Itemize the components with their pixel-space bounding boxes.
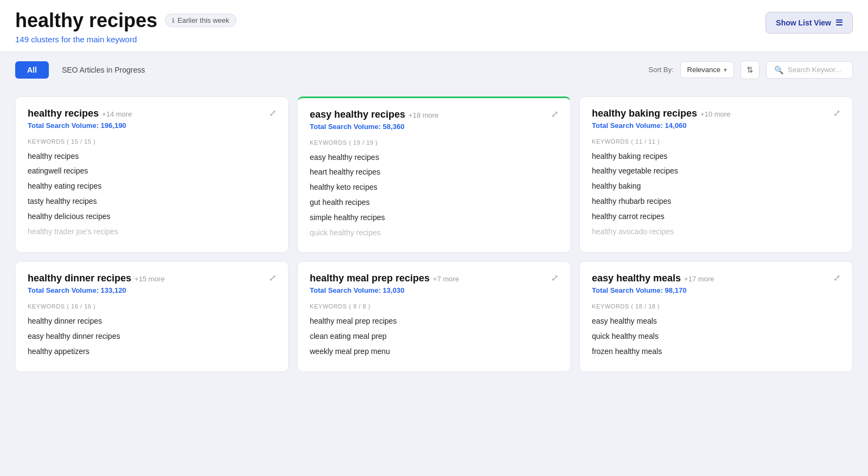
card-header: healthy dinner recipes+15 more⤢ — [28, 273, 276, 284]
expand-button[interactable]: ⤢ — [551, 109, 558, 119]
keyword-item: tasty healthy recipes — [28, 194, 276, 209]
toolbar: All SEO Articles in Progress Sort By: Re… — [0, 52, 868, 88]
keyword-item: healthy baking — [592, 179, 840, 194]
cluster-card: healthy baking recipes+10 more⤢Total Sea… — [579, 97, 853, 253]
sort-label: Sort By: — [648, 66, 673, 74]
search-volume: Total Search Volume: 133,120 — [28, 286, 276, 294]
keyword-item: healthy recipes — [28, 149, 276, 164]
sort-select[interactable]: Relevance ▾ — [680, 61, 734, 78]
search-volume: Total Search Volume: 196,190 — [28, 121, 276, 130]
filter-icon: ⇅ — [746, 65, 754, 75]
keywords-list: easy healthy recipesheart healthy recipe… — [310, 150, 558, 241]
keywords-label: KEYWORDS ( 15 / 15 ) — [28, 138, 276, 145]
search-placeholder: Search Keywor... — [788, 66, 841, 74]
time-badge: ℹ Earlier this week — [165, 14, 236, 27]
search-volume: Total Search Volume: 13,030 — [310, 286, 558, 294]
cluster-count: 149 clusters for the main keyword — [15, 35, 237, 44]
card-header: easy healthy recipes+18 more⤢ — [310, 109, 558, 120]
info-icon: ℹ — [172, 17, 175, 24]
keyword-item: easy healthy recipes — [310, 150, 558, 165]
keyword-item: healthy vegetable recipes — [592, 164, 840, 179]
cluster-card: healthy recipes+14 more⤢Total Search Vol… — [15, 97, 289, 253]
chevron-down-icon: ▾ — [724, 66, 727, 74]
sort-value: Relevance — [687, 66, 720, 74]
tab-group: All SEO Articles in Progress — [15, 61, 154, 79]
keywords-list: healthy dinner recipeseasy healthy dinne… — [28, 314, 276, 359]
search-icon: 🔍 — [774, 66, 783, 74]
keyword-item: healthy rhubarb recipes — [592, 194, 840, 209]
keyword-item: quick healthy meals — [592, 329, 840, 344]
toolbar-right: Sort By: Relevance ▾ ⇅ 🔍 Search Keywor..… — [648, 61, 853, 79]
time-badge-label: Earlier this week — [177, 16, 229, 24]
keyword-item: frozen healthy meals — [592, 344, 840, 359]
keyword-item: healthy meal prep recipes — [310, 314, 558, 329]
keyword-item: healthy dinner recipes — [28, 314, 276, 329]
keywords-label: KEYWORDS ( 8 / 8 ) — [310, 303, 558, 310]
keyword-item: healthy trader joe's recipes — [28, 224, 276, 240]
cards-grid: healthy recipes+14 more⤢Total Search Vol… — [0, 88, 868, 381]
keywords-list: healthy meal prep recipesclean eating me… — [310, 314, 558, 359]
show-list-label: Show List View — [776, 18, 831, 27]
cluster-card: healthy dinner recipes+15 more⤢Total Sea… — [15, 261, 289, 371]
keyword-item: easy healthy meals — [592, 314, 840, 329]
keyword-item: weekly meal prep menu — [310, 344, 558, 359]
cluster-card: easy healthy recipes+18 more⤢Total Searc… — [297, 97, 571, 253]
header-left: healthy recipes ℹ Earlier this week 149 … — [15, 10, 237, 44]
keywords-label: KEYWORDS ( 19 / 19 ) — [310, 139, 558, 146]
search-volume: Total Search Volume: 98,170 — [592, 286, 840, 294]
keyword-item: healthy eating recipes — [28, 179, 276, 194]
keyword-item: healthy keto recipes — [310, 180, 558, 195]
tab-all[interactable]: All — [15, 61, 49, 79]
keywords-list: healthy recipeseatingwell recipeshealthy… — [28, 149, 276, 240]
card-title: healthy dinner recipes+15 more — [28, 273, 164, 284]
keyword-item: simple healthy recipes — [310, 210, 558, 226]
keyword-item: healthy avocado recipes — [592, 224, 840, 240]
search-volume: Total Search Volume: 14,060 — [592, 121, 840, 130]
cluster-card: easy healthy meals+17 more⤢Total Search … — [579, 261, 853, 371]
tab-seo-articles[interactable]: SEO Articles in Progress — [53, 61, 154, 79]
keywords-list: healthy baking recipeshealthy vegetable … — [592, 149, 840, 240]
cluster-card: healthy meal prep recipes+7 more⤢Total S… — [297, 261, 571, 371]
keywords-label: KEYWORDS ( 18 / 18 ) — [592, 303, 840, 310]
list-icon: ☰ — [835, 18, 843, 28]
card-header: healthy baking recipes+10 more⤢ — [592, 108, 840, 119]
card-header: healthy meal prep recipes+7 more⤢ — [310, 273, 558, 284]
keyword-item: healthy baking recipes — [592, 149, 840, 164]
card-header: healthy recipes+14 more⤢ — [28, 108, 276, 119]
search-box[interactable]: 🔍 Search Keywor... — [766, 61, 853, 79]
keywords-label: KEYWORDS ( 16 / 16 ) — [28, 303, 276, 310]
card-title: healthy meal prep recipes+7 more — [310, 273, 459, 284]
card-title: easy healthy recipes+18 more — [310, 109, 438, 120]
show-list-button[interactable]: Show List View ☰ — [765, 12, 853, 34]
expand-button[interactable]: ⤢ — [551, 273, 558, 283]
card-header: easy healthy meals+17 more⤢ — [592, 273, 840, 284]
keyword-item: heart healthy recipes — [310, 165, 558, 180]
keyword-item: eatingwell recipes — [28, 164, 276, 179]
keyword-item: easy healthy dinner recipes — [28, 329, 276, 344]
title-row: healthy recipes ℹ Earlier this week — [15, 10, 237, 31]
keyword-item: healthy delicious recipes — [28, 209, 276, 224]
card-title: easy healthy meals+17 more — [592, 273, 714, 284]
expand-button[interactable]: ⤢ — [833, 273, 840, 283]
keyword-item: healthy appetizers — [28, 344, 276, 359]
filter-button[interactable]: ⇅ — [741, 61, 760, 79]
page-title: healthy recipes — [15, 10, 157, 31]
search-volume: Total Search Volume: 58,360 — [310, 123, 558, 131]
keywords-list: easy healthy mealsquick healthy mealsfro… — [592, 314, 840, 359]
page-header: healthy recipes ℹ Earlier this week 149 … — [0, 0, 868, 52]
card-title: healthy baking recipes+10 more — [592, 108, 730, 119]
card-title: healthy recipes+14 more — [28, 108, 132, 119]
keyword-item: healthy carrot recipes — [592, 209, 840, 224]
keyword-item: clean eating meal prep — [310, 329, 558, 344]
expand-button[interactable]: ⤢ — [269, 108, 276, 118]
keyword-item: quick healthy recipes — [310, 226, 558, 241]
keyword-item: gut health recipes — [310, 195, 558, 210]
expand-button[interactable]: ⤢ — [269, 273, 276, 283]
expand-button[interactable]: ⤢ — [833, 108, 840, 118]
keywords-label: KEYWORDS ( 11 / 11 ) — [592, 138, 840, 145]
